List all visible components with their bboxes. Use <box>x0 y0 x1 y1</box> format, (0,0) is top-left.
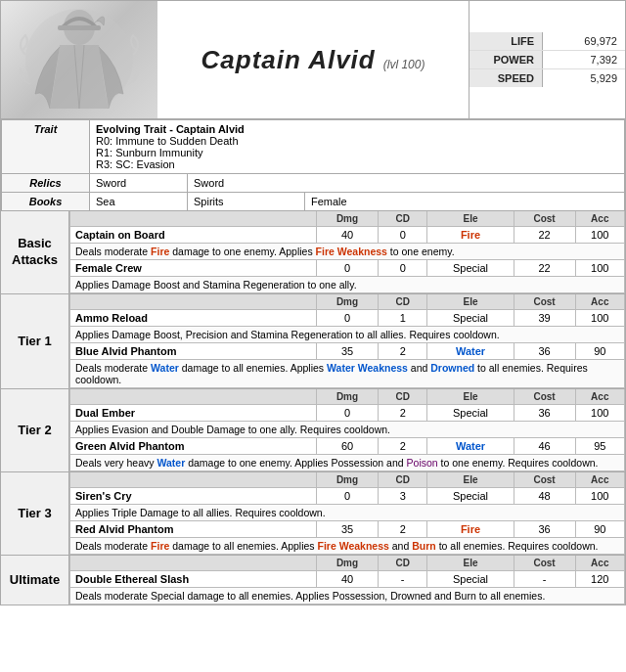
captain-ele: Fire <box>427 227 514 244</box>
red-alvid-row: Red Alvid Phantom 35 2 Fire 36 90 <box>70 521 625 538</box>
sirens-dmg: 0 <box>317 488 379 505</box>
u-col-acc: Acc <box>575 556 624 571</box>
basic-header-row: Dmg CD Ele Cost Acc <box>70 211 625 227</box>
portrait-area <box>1 1 157 118</box>
red-dmg: 35 <box>317 521 379 538</box>
ethereal-cost: - <box>514 571 575 588</box>
t1-col-name <box>70 294 317 310</box>
captain-cost: 22 <box>514 227 575 244</box>
red-ele: Fire <box>427 521 514 538</box>
ammo-desc-row: Applies Damage Boost, Precision and Stam… <box>70 327 625 343</box>
trait-content: Evolving Trait - Captain Alvid R0: Immun… <box>90 120 625 174</box>
col-name <box>70 211 317 227</box>
t1-col-cd: CD <box>379 294 427 310</box>
tier3-section: Tier 3 Dmg CD Ele Cost Acc Siren's Cry 0… <box>1 472 625 556</box>
u-col-name <box>70 556 317 571</box>
ammo-desc: Applies Damage Boost, Precision and Stam… <box>70 327 625 343</box>
female-dmg: 0 <box>317 260 379 277</box>
female-desc: Applies Damage Boost and Stamina Regener… <box>70 277 625 293</box>
blue-cd: 2 <box>379 343 427 360</box>
dual-cd: 2 <box>379 405 427 422</box>
trait-name: Evolving Trait - Captain Alvid <box>96 123 618 135</box>
ammo-cd: 1 <box>379 310 427 327</box>
ammo-acc: 100 <box>575 310 624 327</box>
tier1-content: Dmg CD Ele Cost Acc Ammo Reload 0 1 Spec… <box>69 294 625 388</box>
life-label: LIFE <box>470 32 543 50</box>
captain-desc-row: Deals moderate Fire damage to one enemy.… <box>70 244 625 260</box>
green-dmg: 60 <box>317 438 379 455</box>
ability-red-alvid: Red Alvid Phantom <box>75 523 173 535</box>
tier3-table: Dmg CD Ele Cost Acc Siren's Cry 0 3 Spec… <box>69 472 625 555</box>
green-desc: Deals very heavy Water damage to one ene… <box>70 455 625 471</box>
tier1-table: Dmg CD Ele Cost Acc Ammo Reload 0 1 Spec… <box>69 294 625 388</box>
blue-acc: 90 <box>575 343 624 360</box>
ability-green-alvid: Green Alvid Phantom <box>75 440 184 452</box>
col-cd: CD <box>379 211 427 227</box>
t2-col-cost: Cost <box>514 389 575 405</box>
t3-col-dmg: Dmg <box>317 472 379 488</box>
tier2-table: Dmg CD Ele Cost Acc Dual Ember 0 2 Speci… <box>69 389 625 471</box>
t1-col-cost: Cost <box>514 294 575 310</box>
ability-blue-alvid: Blue Alvid Phantom <box>75 345 177 357</box>
dual-desc-row: Applies Evasion and Double Damage to one… <box>70 422 625 438</box>
t1-col-ele: Ele <box>427 294 514 310</box>
sirens-cost: 48 <box>514 488 575 505</box>
ability-female-crew: Female Crew <box>75 262 142 274</box>
main-container: Captain Alvid (lvl 100) LIFE 69,972 POWE… <box>0 0 626 605</box>
dual-cost: 36 <box>514 405 575 422</box>
power-stat-row: POWER 7,392 <box>470 51 625 69</box>
trait-row: Trait Evolving Trait - Captain Alvid R0:… <box>2 120 625 174</box>
u-col-dmg: Dmg <box>317 556 379 571</box>
ability-dual-ember: Dual Ember <box>75 407 135 419</box>
ethereal-ele: Special <box>427 571 514 588</box>
trait-r1: R1: Sunburn Immunity <box>96 147 618 158</box>
col-acc: Acc <box>575 211 624 227</box>
t2-col-dmg: Dmg <box>317 389 379 405</box>
blue-ele: Water <box>427 343 514 360</box>
book3-value: Female <box>305 193 625 211</box>
blue-desc-row: Deals moderate Water damage to all enemi… <box>70 360 625 388</box>
red-cd: 2 <box>379 521 427 538</box>
t1-col-dmg: Dmg <box>317 294 379 310</box>
trait-label: Trait <box>2 120 90 174</box>
red-cost: 36 <box>514 521 575 538</box>
ultimate-content: Dmg CD Ele Cost Acc Double Ethereal Slas… <box>69 556 625 605</box>
tier2-label: Tier 2 <box>1 389 69 471</box>
book2-value: Spirits <box>188 193 305 211</box>
captain-cd: 0 <box>379 227 427 244</box>
relics-row: Relics Sword Sword <box>2 174 625 193</box>
sirens-desc-row: Applies Triple Damage to all allies. Req… <box>70 505 625 521</box>
speed-value: 5,929 <box>543 69 625 87</box>
dual-ember-row: Dual Ember 0 2 Special 36 100 <box>70 405 625 422</box>
tier3-label: Tier 3 <box>1 472 69 555</box>
blue-dmg: 35 <box>317 343 379 360</box>
tier2-header-row: Dmg CD Ele Cost Acc <box>70 389 625 405</box>
ability-double-ethereal: Double Ethereal Slash <box>75 573 189 585</box>
female-cd: 0 <box>379 260 427 277</box>
sirens-cry-row: Siren's Cry 0 3 Special 48 100 <box>70 488 625 505</box>
speed-stat-row: SPEED 5,929 <box>470 69 625 87</box>
ethereal-desc: Deals moderate Special damage to all ene… <box>70 588 625 605</box>
header-title-block: Captain Alvid (lvl 100) <box>157 1 469 118</box>
ethereal-dmg: 40 <box>317 571 379 588</box>
power-label: POWER <box>470 51 543 68</box>
relic1-value: Sword <box>90 174 188 193</box>
dual-acc: 100 <box>575 405 624 422</box>
trait-r3: R3: SC: Evasion <box>96 158 618 170</box>
t2-col-ele: Ele <box>427 389 514 405</box>
t2-col-acc: Acc <box>575 389 624 405</box>
double-ethereal-row: Double Ethereal Slash 40 - Special - 120 <box>70 571 625 588</box>
green-acc: 95 <box>575 438 624 455</box>
tier3-content: Dmg CD Ele Cost Acc Siren's Cry 0 3 Spec… <box>69 472 625 555</box>
female-ele: Special <box>427 260 514 277</box>
sirens-desc: Applies Triple Damage to all allies. Req… <box>70 505 625 521</box>
dual-dmg: 0 <box>317 405 379 422</box>
books-row: Books Sea Spirits Female <box>2 193 625 211</box>
character-name: Captain Alvid <box>201 45 376 75</box>
t2-col-name <box>70 389 317 405</box>
tier1-section: Tier 1 Dmg CD Ele Cost Acc Ammo Reload 0… <box>1 294 625 389</box>
female-crew-row: Female Crew 0 0 Special 22 100 <box>70 260 625 277</box>
speed-label: SPEED <box>470 69 543 87</box>
ammo-reload-row: Ammo Reload 0 1 Special 39 100 <box>70 310 625 327</box>
green-alvid-row: Green Alvid Phantom 60 2 Water 46 95 <box>70 438 625 455</box>
